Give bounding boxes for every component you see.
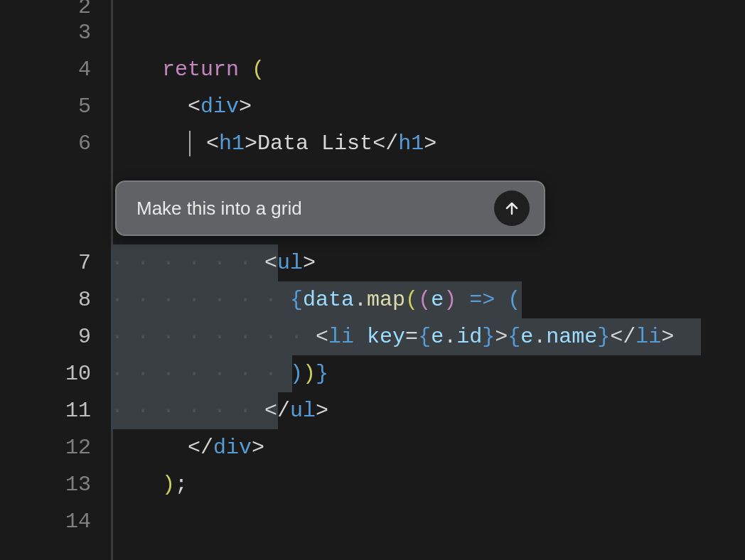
code-line-13[interactable]: ); bbox=[111, 466, 745, 503]
line-number: 5 bbox=[0, 88, 91, 125]
line-number: 4 bbox=[0, 51, 91, 88]
arrow-up-icon bbox=[503, 200, 520, 217]
identifier-data: data bbox=[303, 288, 354, 312]
code-editor: 2 3 4 5 6 7 8 9 10 11 12 13 14 return ( … bbox=[0, 0, 745, 560]
paren: ( bbox=[252, 58, 264, 82]
line-number: 7 bbox=[0, 244, 91, 281]
code-line-6[interactable]: <h1>Data List</h1> bbox=[111, 125, 745, 162]
line-number: 3 bbox=[0, 14, 91, 51]
prompt-input[interactable]: Make this into a grid bbox=[136, 198, 494, 220]
indent-guides: · · · · · · · bbox=[111, 362, 290, 386]
keyword-return: return bbox=[162, 58, 239, 82]
line-number: 10 bbox=[0, 355, 91, 392]
line-number: 12 bbox=[0, 429, 91, 466]
code-line-9[interactable]: · · · · · · · · <li key={e.id}>{e.name}<… bbox=[111, 318, 745, 355]
line-number: 11 bbox=[0, 392, 91, 429]
line-number: 14 bbox=[0, 503, 91, 540]
code-line-14[interactable] bbox=[111, 503, 745, 540]
line-number: 8 bbox=[0, 281, 91, 318]
code-content[interactable]: return ( <div> <h1>Data List</h1> · · · … bbox=[111, 0, 745, 560]
indent-guides: · · · · · · · · bbox=[111, 325, 316, 349]
code-line-12[interactable]: </div> bbox=[111, 429, 745, 466]
line-number: 2 bbox=[0, 0, 91, 14]
indent-guides: · · · · · · · bbox=[111, 288, 290, 312]
method-map: map bbox=[367, 288, 405, 312]
submit-button[interactable] bbox=[494, 190, 530, 226]
jsx-tag-ul-close: ul bbox=[290, 399, 316, 423]
inline-prompt-popup[interactable]: Make this into a grid bbox=[115, 181, 545, 236]
code-line-4[interactable]: return ( bbox=[111, 51, 745, 88]
code-line-10[interactable]: · · · · · · · ))} bbox=[111, 355, 745, 392]
code-line-11[interactable]: · · · · · · </ul> bbox=[111, 392, 745, 429]
jsx-text: Data List bbox=[257, 131, 372, 156]
line-number: 9 bbox=[0, 318, 91, 355]
code-line-2[interactable] bbox=[111, 0, 745, 14]
jsx-tag-li: li bbox=[328, 325, 354, 349]
indent-guides: · · · · · · bbox=[111, 251, 264, 275]
jsx-tag-div-close: div bbox=[213, 436, 252, 460]
line-number-gutter: 2 3 4 5 6 7 8 9 10 11 12 13 14 bbox=[0, 0, 111, 560]
code-line-3[interactable] bbox=[111, 14, 745, 51]
line-number: 6 bbox=[0, 125, 91, 162]
jsx-tag-h1: h1 bbox=[219, 131, 245, 156]
jsx-tag-ul: ul bbox=[277, 251, 303, 275]
code-line-7[interactable]: · · · · · · <ul> bbox=[111, 244, 745, 281]
code-line-8[interactable]: · · · · · · · {data.map((e) => ( bbox=[111, 281, 745, 318]
line-number: 13 bbox=[0, 466, 91, 503]
cursor-icon bbox=[189, 131, 191, 156]
jsx-attr-key: key bbox=[367, 325, 405, 349]
jsx-tag-div: div bbox=[200, 95, 239, 119]
indent-guides: · · · · · · bbox=[111, 399, 264, 423]
code-line-5[interactable]: <div> bbox=[111, 88, 745, 125]
